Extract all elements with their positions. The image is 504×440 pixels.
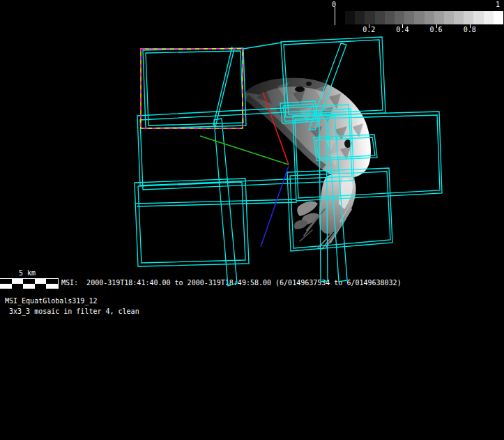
footprint-edge-line [213,47,232,126]
image-footprint [143,48,246,128]
asteroid-crater [295,86,305,92]
selected-footprint-outline [141,49,243,128]
axis-blue-axis-line [261,166,289,247]
mosaic-3d-view[interactable] [0,0,504,440]
asteroid-crater [306,82,312,86]
footprint-edge-line [243,43,282,49]
image-footprint [138,182,245,263]
axis-green-axis-line [200,136,289,165]
asteroid-streak [300,230,312,241]
msi-sequence-display-window: 0 1 0.20.40.60.8 5 km MSI: 2000-319T18:4… [0,0,504,440]
asteroid-terrain-patch [294,220,308,229]
selected-footprint-dashes [141,49,243,128]
